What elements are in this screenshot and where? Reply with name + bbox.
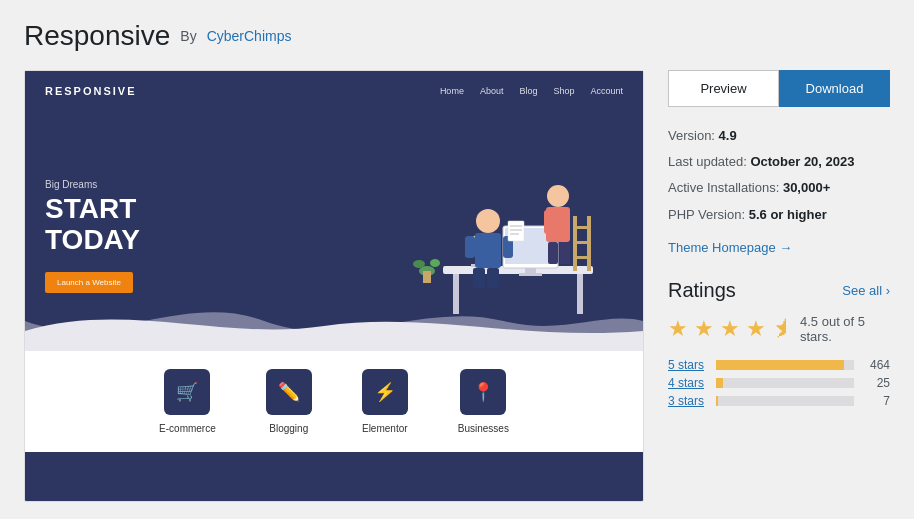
content-row: RESPONSIVE Home About Blog Shop Account … (24, 70, 890, 502)
demo-feature-label-ecommerce: E-commerce (159, 423, 216, 434)
meta-installs-row: Active Installations: 30,000+ (668, 179, 890, 197)
rating-4-count: 25 (862, 376, 890, 390)
rating-3-track (716, 396, 854, 406)
author-link[interactable]: CyberChimps (207, 28, 292, 44)
demo-feature-ecommerce: 🛒 E-commerce (159, 369, 216, 434)
by-label: By (180, 28, 196, 44)
demo-headline-line1: START (45, 193, 136, 224)
demo-feature-elementor: ⚡ Elementor (362, 369, 408, 434)
updated-value: October 20, 2023 (750, 154, 854, 169)
rating-bar-row-4: 4 stars 25 (668, 376, 890, 390)
info-panel: Preview Download Version: 4.9 Last updat… (668, 70, 890, 502)
php-value: 5.6 or higher (749, 207, 827, 222)
rating-4-fill (716, 378, 723, 388)
svg-point-33 (430, 259, 440, 267)
theme-screenshot: RESPONSIVE Home About Blog Shop Account … (25, 71, 643, 501)
version-value: 4.9 (719, 128, 737, 143)
ratings-header: Ratings See all › (668, 279, 890, 302)
rating-bars: 5 stars 464 4 stars 25 3 s (668, 358, 890, 408)
svg-rect-16 (508, 221, 524, 241)
svg-rect-12 (473, 268, 485, 288)
demo-wave-svg (25, 291, 643, 351)
page-container: Responsive By CyberChimps RESPONSIVE Hom… (0, 0, 914, 519)
demo-headline-line2: TODAY (45, 224, 140, 255)
meta-table: Version: 4.9 Last updated: October 20, 2… (668, 127, 890, 224)
ratings-title: Ratings (668, 279, 736, 302)
demo-feature-businesses: 📍 Businesses (458, 369, 509, 434)
installs-label: Active Installations: (668, 180, 779, 195)
ratings-section: Ratings See all › ★ ★ ★ ★ ⯨ 4.5 out of 5… (668, 279, 890, 408)
rating-4-label[interactable]: 4 stars (668, 376, 708, 390)
rating-4-track (716, 378, 854, 388)
svg-point-10 (476, 209, 500, 233)
star-4-icon: ★ (746, 316, 766, 342)
page-title: Responsive (24, 20, 170, 52)
star-3-icon: ★ (720, 316, 740, 342)
stars-row: ★ ★ ★ ★ ⯨ 4.5 out of 5 stars. (668, 314, 890, 344)
rating-5-label[interactable]: 5 stars (668, 358, 708, 372)
demo-feature-label-blogging: Blogging (269, 423, 308, 434)
download-button[interactable]: Download (779, 70, 890, 107)
action-buttons: Preview Download (668, 70, 890, 107)
rating-5-fill (716, 360, 844, 370)
rating-bar-row-5: 5 stars 464 (668, 358, 890, 372)
svg-rect-34 (423, 271, 431, 283)
rating-average-text: 4.5 out of 5 stars. (800, 314, 890, 344)
theme-preview: RESPONSIVE Home About Blog Shop Account … (24, 70, 644, 502)
demo-features: 🛒 E-commerce ✏️ Blogging ⚡ Elementor 📍 B… (25, 351, 643, 452)
demo-nav-home: Home (440, 86, 464, 96)
svg-rect-29 (573, 241, 591, 244)
preview-button[interactable]: Preview (668, 70, 779, 107)
star-1-icon: ★ (668, 316, 688, 342)
demo-nav-links: Home About Blog Shop Account (440, 86, 623, 96)
php-label: PHP Version: (668, 207, 745, 222)
rating-bar-row-3: 3 stars 7 (668, 394, 890, 408)
rating-3-fill (716, 396, 718, 406)
svg-point-32 (413, 260, 425, 268)
demo-nav-blog: Blog (519, 86, 537, 96)
svg-point-20 (547, 185, 569, 207)
demo-brand: RESPONSIVE (45, 85, 137, 97)
installs-value: 30,000+ (783, 180, 830, 195)
demo-feature-icon-elementor: ⚡ (362, 369, 408, 415)
svg-rect-11 (475, 233, 501, 268)
meta-version-row: Version: 4.9 (668, 127, 890, 145)
svg-rect-28 (573, 226, 591, 229)
rating-5-count: 464 (862, 358, 890, 372)
demo-feature-icon-blogging: ✏️ (266, 369, 312, 415)
star-5-half-icon: ⯨ (772, 316, 794, 342)
demo-headline: START TODAY (45, 194, 383, 256)
rating-3-count: 7 (862, 394, 890, 408)
title-row: Responsive By CyberChimps (24, 20, 890, 52)
svg-rect-14 (465, 236, 475, 258)
star-2-icon: ★ (694, 316, 714, 342)
rating-5-track (716, 360, 854, 370)
version-label: Version: (668, 128, 715, 143)
demo-tagline: Big Dreams (45, 179, 383, 190)
demo-feature-icon-businesses: 📍 (460, 369, 506, 415)
demo-hero: Big Dreams START TODAY Launch a Website (25, 111, 643, 351)
svg-rect-23 (560, 210, 570, 228)
demo-feature-blogging: ✏️ Blogging (266, 369, 312, 434)
meta-updated-row: Last updated: October 20, 2023 (668, 153, 890, 171)
rating-3-label[interactable]: 3 stars (668, 394, 708, 408)
demo-navbar: RESPONSIVE Home About Blog Shop Account (25, 71, 643, 111)
demo-feature-label-elementor: Elementor (362, 423, 408, 434)
demo-nav-shop: Shop (553, 86, 574, 96)
svg-rect-13 (487, 268, 499, 288)
svg-rect-30 (573, 256, 591, 259)
demo-feature-label-businesses: Businesses (458, 423, 509, 434)
svg-rect-24 (548, 242, 558, 264)
demo-nav-account: Account (590, 86, 623, 96)
svg-rect-25 (560, 242, 570, 264)
demo-feature-icon-ecommerce: 🛒 (164, 369, 210, 415)
svg-rect-6 (519, 273, 542, 276)
see-all-link[interactable]: See all › (842, 283, 890, 298)
demo-cta-button[interactable]: Launch a Website (45, 272, 133, 293)
demo-hero-text: Big Dreams START TODAY Launch a Website (45, 179, 383, 293)
updated-label: Last updated: (668, 154, 747, 169)
meta-php-row: PHP Version: 5.6 or higher (668, 206, 890, 224)
svg-rect-22 (544, 210, 554, 234)
theme-homepage-link[interactable]: Theme Homepage → (668, 240, 890, 255)
demo-nav-about: About (480, 86, 504, 96)
